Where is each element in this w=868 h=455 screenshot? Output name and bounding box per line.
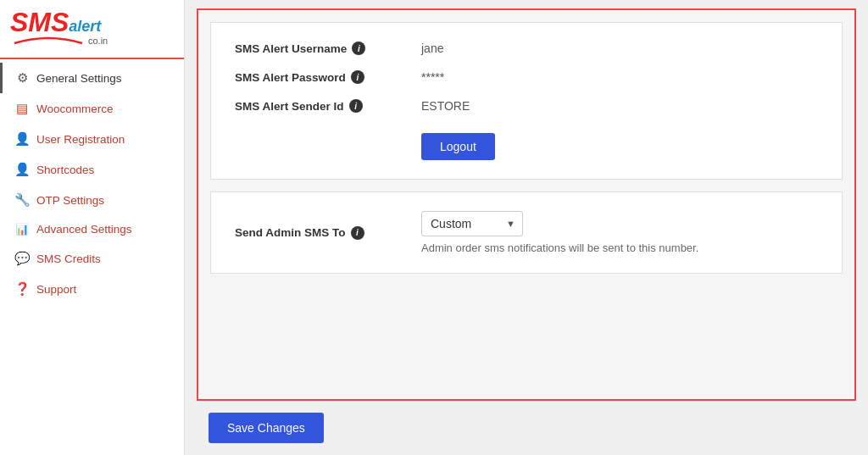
logo-sms-text: SMS (10, 7, 69, 37)
username-row: SMS Alert Username i jane (235, 42, 818, 55)
question-icon: ❓ (14, 281, 30, 297)
logo-area: SMSalert co.in (0, 0, 184, 59)
content-panel: SMS Alert Username i jane SMS Alert Pass… (197, 8, 856, 401)
logo-alert-text: alert (69, 18, 101, 35)
sidebar-item-label: SMS Credits (36, 252, 101, 265)
nav-menu: ⚙ General Settings ▤ Woocommerce 👤 User … (0, 59, 184, 455)
user-icon-2: 👤 (14, 162, 30, 177)
password-row: SMS Alert Password i ***** (235, 70, 818, 84)
logo-co-text: co.in (88, 36, 108, 46)
main-content: SMS Alert Username i jane SMS Alert Pass… (185, 0, 868, 455)
sidebar-item-label: Woocommerce (36, 103, 114, 115)
sidebar-item-label: General Settings (36, 72, 122, 85)
save-changes-button[interactable]: Save Changes (209, 413, 324, 443)
sidebar-item-label: Shortcodes (36, 164, 94, 176)
admin-sms-helper-text: Admin order sms notifications will be se… (421, 241, 698, 254)
chart-icon: 📊 (14, 223, 30, 236)
custom-select-wrapper: Custom Admin Other ▼ (421, 211, 523, 236)
logo: SMSalert co.in (10, 8, 108, 46)
sidebar-item-label: User Registration (36, 133, 125, 146)
sidebar-item-support[interactable]: ❓ Support (0, 274, 184, 304)
list-icon: ▤ (14, 101, 30, 116)
password-label: SMS Alert Password i (235, 70, 421, 84)
sidebar-item-woocommerce[interactable]: ▤ Woocommerce (0, 93, 184, 124)
admin-sms-label: Send Admin SMS To i (235, 226, 421, 240)
password-info-icon[interactable]: i (351, 70, 364, 84)
wrench-icon: 🔧 (14, 192, 30, 208)
logout-button[interactable]: Logout (421, 133, 495, 160)
sender-value: ESTORE (421, 99, 470, 113)
sidebar-item-label: Advanced Settings (36, 223, 132, 236)
admin-sms-info-icon[interactable]: i (351, 226, 364, 240)
sidebar-item-advanced-settings[interactable]: 📊 Advanced Settings (0, 215, 184, 243)
sender-info-icon[interactable]: i (349, 99, 363, 113)
admin-sms-section: Send Admin SMS To i Custom Admin Other ▼… (210, 191, 843, 274)
chat-icon: 💬 (14, 251, 30, 266)
sidebar-item-sms-credits[interactable]: 💬 SMS Credits (0, 243, 184, 274)
admin-sms-select[interactable]: Custom Admin Other (421, 211, 523, 236)
username-label: SMS Alert Username i (235, 42, 421, 55)
gear-icon: ⚙ (14, 70, 30, 86)
sidebar-item-shortcodes[interactable]: 👤 Shortcodes (0, 154, 184, 185)
username-info-icon[interactable]: i (352, 42, 365, 55)
credentials-section: SMS Alert Username i jane SMS Alert Pass… (210, 22, 843, 180)
footer-panel: Save Changes (185, 401, 868, 455)
sidebar-item-general-settings[interactable]: ⚙ General Settings (0, 63, 184, 93)
sender-row: SMS Alert Sender Id i ESTORE (235, 99, 818, 113)
sidebar-item-otp-settings[interactable]: 🔧 OTP Settings (0, 185, 184, 215)
sidebar-item-user-registration[interactable]: 👤 User Registration (0, 124, 184, 154)
logo-arc-icon (10, 36, 86, 45)
user-icon: 👤 (14, 131, 30, 147)
sidebar-item-label: OTP Settings (36, 194, 104, 207)
admin-sms-select-wrapper: Custom Admin Other ▼ Admin order sms not… (421, 211, 698, 254)
sidebar-item-label: Support (36, 283, 76, 296)
sidebar: SMSalert co.in ⚙ General Settings ▤ Wooc… (0, 0, 185, 455)
logout-row: Logout (235, 128, 818, 160)
sender-label: SMS Alert Sender Id i (235, 99, 421, 113)
admin-sms-row: Send Admin SMS To i Custom Admin Other ▼… (235, 211, 818, 254)
username-value: jane (421, 42, 443, 55)
password-value: ***** (421, 70, 444, 84)
